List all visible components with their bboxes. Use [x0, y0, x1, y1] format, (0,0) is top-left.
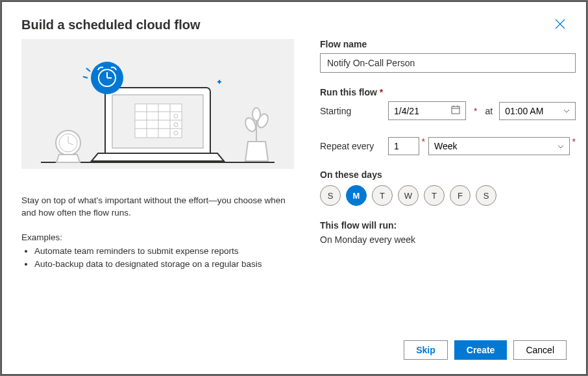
summary-text: On Monday every week: [320, 234, 576, 245]
scheduled-flow-dialog: Build a scheduled cloud flow: [1, 1, 587, 375]
day-chip-2[interactable]: T: [372, 185, 393, 206]
day-chip-6[interactable]: S: [476, 185, 496, 206]
summary-section: This flow will run: On Monday every week: [320, 220, 576, 245]
dialog-header: Build a scheduled cloud flow: [2, 2, 586, 39]
example-item: Automate team reminders to submit expens…: [34, 245, 294, 258]
svg-point-27: [252, 108, 260, 121]
dialog-footer: Skip Create Cancel: [2, 327, 586, 374]
example-item: Auto-backup data to designated storage o…: [34, 258, 294, 271]
at-label: at: [485, 106, 493, 116]
repeat-every-label: Repeat every: [320, 141, 382, 151]
run-this-flow-label: Run this flow: [320, 87, 576, 97]
schedule-illustration: [21, 39, 294, 169]
repeat-count-input[interactable]: 1: [388, 137, 419, 155]
required-asterisk: *: [474, 106, 477, 116]
chevron-down-icon: [563, 107, 570, 114]
start-date-input[interactable]: 1/4/21: [388, 101, 466, 120]
calendar-icon: [451, 105, 460, 116]
create-button[interactable]: Create: [454, 340, 508, 360]
flow-name-section: Flow name: [320, 39, 576, 73]
start-date-value: 1/4/21: [394, 106, 419, 116]
repeat-count-value: 1: [394, 141, 399, 151]
day-chip-1[interactable]: M: [346, 185, 367, 206]
days-row: SMTWTFS: [320, 185, 576, 206]
on-these-days-label: On these days: [320, 169, 576, 180]
close-icon: [555, 19, 565, 29]
start-time-select[interactable]: 01:00 AM: [499, 102, 576, 120]
day-chip-0[interactable]: S: [320, 185, 341, 206]
summary-label: This flow will run:: [320, 220, 576, 231]
start-time-value: 01:00 AM: [505, 106, 543, 116]
day-chip-5[interactable]: F: [450, 185, 471, 206]
close-button[interactable]: [554, 18, 567, 31]
skip-button[interactable]: Skip: [404, 340, 448, 360]
examples-label: Examples:: [21, 232, 294, 242]
flow-name-input[interactable]: [320, 53, 576, 73]
flow-name-label: Flow name: [320, 39, 576, 49]
day-chip-4[interactable]: T: [424, 185, 445, 206]
dialog-title: Build a scheduled cloud flow: [21, 18, 201, 32]
description-text: Stay on top of what's important without …: [21, 195, 294, 219]
days-section: On these days SMTWTFS: [320, 169, 576, 206]
repeat-row: Repeat every 1 Week: [320, 137, 576, 155]
repeat-unit-select[interactable]: Week: [428, 137, 570, 155]
dialog-body: Stay on top of what's important without …: [2, 39, 586, 327]
svg-line-16: [83, 77, 88, 78]
run-this-flow-section: Run this flow Starting 1/4/21 * at 01:00…: [320, 87, 576, 155]
cancel-button[interactable]: Cancel: [513, 340, 567, 360]
right-column: Flow name Run this flow Starting 1/4/21 …: [320, 39, 576, 327]
chevron-down-icon: [557, 143, 564, 150]
left-column: Stay on top of what's important without …: [21, 39, 294, 327]
starting-label: Starting: [320, 106, 382, 116]
repeat-unit-value: Week: [434, 141, 458, 151]
starting-row: Starting 1/4/21 * at 01:00 AM: [320, 101, 576, 120]
examples-list: Automate team reminders to submit expens…: [21, 245, 294, 271]
svg-rect-28: [452, 107, 459, 114]
day-chip-3[interactable]: W: [398, 185, 419, 206]
svg-line-17: [86, 68, 90, 71]
